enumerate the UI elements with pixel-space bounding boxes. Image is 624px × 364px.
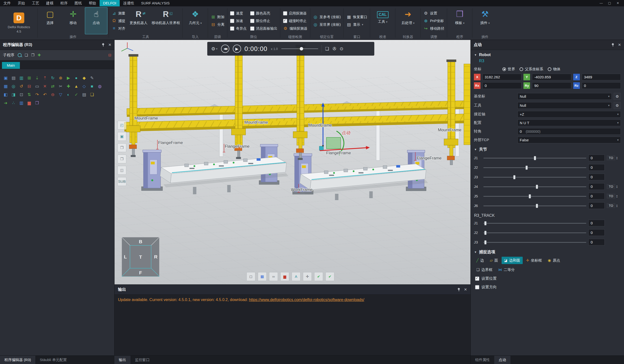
- j4-slider[interactable]: [483, 184, 586, 189]
- jog-button[interactable]: ☝ 点动: [85, 7, 107, 34]
- j5-to-button[interactable]: TO▲▼: [607, 194, 622, 198]
- pnp-coordinates-button[interactable]: ⊕PnP坐标: [422, 18, 446, 24]
- detach-button[interactable]: ⊟分离: [209, 22, 226, 28]
- tool-icon[interactable]: ◇: [80, 83, 88, 90]
- set-position-checkbox[interactable]: 设置位置: [471, 274, 624, 283]
- attach-button[interactable]: ⊞附加: [209, 14, 226, 20]
- stop-on-collision-checkbox[interactable]: 碰撞时停止: [282, 18, 309, 24]
- tool-icon[interactable]: ▤: [10, 74, 17, 82]
- menu-item-7[interactable]: DELFOI: [100, 0, 120, 6]
- tool-icon[interactable]: ◧: [2, 91, 9, 98]
- swap-robot-button[interactable]: R⇄ 更换机器人: [127, 7, 150, 34]
- j6-slider[interactable]: [483, 203, 586, 208]
- close-window-button[interactable]: ✕: [614, 0, 622, 6]
- select-tool-icon[interactable]: ◻: [247, 272, 255, 281]
- tool-icon[interactable]: ✓: [73, 91, 80, 98]
- play-button[interactable]: ▶: [233, 45, 241, 53]
- check-tool-icon[interactable]: ✔: [314, 272, 323, 281]
- joints-section-header[interactable]: ▼ 关节: [471, 144, 624, 153]
- tab-output[interactable]: 输出: [114, 356, 130, 364]
- tool-icon[interactable]: ⊞: [26, 74, 33, 82]
- tool-icon[interactable]: ⊕: [57, 74, 64, 82]
- tool-icon[interactable]: ▦: [2, 83, 9, 90]
- tool-icon[interactable]: ◨: [10, 91, 17, 98]
- tool-icon[interactable]: ◎: [10, 83, 17, 90]
- tab-component-properties[interactable]: 组件属性: [471, 356, 494, 364]
- base-frame-select[interactable]: Null▾: [518, 93, 612, 100]
- program-editor-body[interactable]: [0, 107, 114, 355]
- singularity-checkbox[interactable]: 奇异点: [229, 25, 248, 32]
- base-frame-gear-button[interactable]: ⚙: [614, 93, 621, 100]
- j6-value-input[interactable]: 0: [588, 202, 605, 209]
- tool-icon[interactable]: ◐: [65, 91, 72, 98]
- menu-item-4[interactable]: 程序: [57, 0, 71, 6]
- color-highlight-checkbox[interactable]: 颜色高亮: [249, 10, 279, 16]
- close-icon[interactable]: ✕: [618, 43, 621, 47]
- download-link[interactable]: https://www.delfoirobotics.com/delfoi-ro…: [249, 298, 364, 302]
- delete-icon[interactable]: ⊟: [108, 53, 111, 57]
- link-tool-icon[interactable]: ∞: [269, 272, 278, 281]
- move-path-button[interactable]: ↪移动路径: [422, 25, 446, 32]
- menu-item-2[interactable]: 工艺: [28, 0, 43, 6]
- tool-frame-gear-button[interactable]: ⚙: [614, 102, 621, 109]
- tab-staubli-cell-config[interactable]: Stäubli 单元配置: [35, 356, 71, 364]
- tab-main-routine[interactable]: Main: [2, 62, 20, 69]
- rx-input[interactable]: 0: [482, 82, 521, 89]
- speed-limit-checkbox[interactable]: 速度: [229, 10, 248, 16]
- measure-button[interactable]: ⊿测量: [110, 10, 127, 16]
- align-button[interactable]: ≡对齐: [110, 25, 127, 32]
- track-j1-value-input[interactable]: 0: [588, 220, 605, 226]
- menu-item-9[interactable]: SURF ANALYSIS: [138, 0, 173, 6]
- snap-frame-button[interactable]: ✛坐标框: [524, 257, 545, 264]
- approach-axis-select[interactable]: +Z▾: [518, 111, 621, 117]
- tool-icon[interactable]: ■: [88, 83, 96, 90]
- tool-icon[interactable]: ⊡: [18, 91, 25, 98]
- coord-parent-radio[interactable]: 父系坐标系: [520, 67, 543, 71]
- accel-limit-checkbox[interactable]: 加速: [229, 18, 248, 24]
- tool-icon[interactable]: ⇣: [33, 74, 41, 82]
- tab-monitor-window[interactable]: 监控窗口: [130, 356, 154, 364]
- restore-window-button[interactable]: ▦恢复窗口: [345, 14, 369, 20]
- close-icon[interactable]: ✕: [464, 287, 467, 292]
- slider-thumb[interactable]: [300, 47, 303, 50]
- pin-icon[interactable]: [611, 43, 614, 46]
- menu-item-5[interactable]: 图纸: [71, 0, 85, 6]
- tool-icon[interactable]: ▽: [57, 91, 64, 98]
- tool-icon[interactable]: ◆: [80, 74, 88, 82]
- geometry-button[interactable]: ❖ 几何元 ▾: [184, 7, 207, 34]
- post-process-button[interactable]: ➜ 后处理 ▾: [397, 7, 419, 34]
- export-image-icon[interactable]: ❏: [325, 46, 329, 51]
- tool-icon[interactable]: ↷: [33, 91, 41, 98]
- tool-icon[interactable]: ▆: [26, 99, 33, 107]
- menu-item-8[interactable]: 连通性: [120, 0, 138, 6]
- snap-edge-button[interactable]: ╱边: [474, 257, 486, 264]
- viewport-3d[interactable]: MountFrame MountFrame MountFrame MountFr…: [115, 40, 470, 284]
- tool-frame-select[interactable]: Null▾: [518, 102, 612, 109]
- pin-icon[interactable]: [101, 43, 105, 46]
- j3-value-input[interactable]: 0: [588, 174, 605, 180]
- tool-icon[interactable]: ⊟: [26, 83, 33, 90]
- tool-icon[interactable]: ▣: [2, 74, 9, 82]
- geometry-view-icon[interactable]: ◫: [117, 166, 126, 175]
- settings-button[interactable]: ⚙设置: [422, 10, 446, 16]
- snap-origin-button[interactable]: ◉原点: [545, 257, 562, 264]
- move-tool-icon[interactable]: ✛: [303, 272, 312, 281]
- plugins-button[interactable]: ⚒ 插件 ▾: [474, 7, 496, 34]
- edit-detector-button[interactable]: ⚙编辑探测器: [282, 25, 309, 32]
- tool-icon[interactable]: ✚: [65, 83, 72, 90]
- j4-value-input[interactable]: 0: [588, 183, 605, 190]
- gantry-column-5[interactable]: [464, 64, 470, 145]
- scene-canvas[interactable]: MountFrame MountFrame MountFrame MountFr…: [115, 40, 470, 284]
- tool-icon[interactable]: ↻: [49, 74, 56, 82]
- j6-to-button[interactable]: TO▲▼: [607, 203, 622, 208]
- tool-icon[interactable]: ▲: [73, 83, 80, 90]
- component-tree-icon[interactable]: ❒: [117, 155, 126, 163]
- new-file-icon[interactable]: ❏: [25, 53, 28, 57]
- turn-angle-input[interactable]: 0(000000): [518, 128, 621, 135]
- rz-input[interactable]: 0: [582, 82, 621, 89]
- tool-icon[interactable]: ✎: [88, 74, 96, 82]
- menu-item-6[interactable]: 帮助: [85, 0, 100, 6]
- lock-to-world-button[interactable]: ◎至世界 (坐标): [312, 22, 342, 28]
- track-j3-value-input[interactable]: 0: [588, 239, 605, 246]
- menu-item-3[interactable]: 建模: [43, 0, 57, 6]
